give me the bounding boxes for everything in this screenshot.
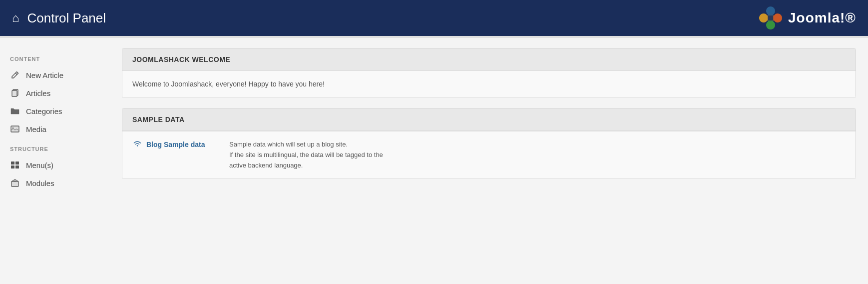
svg-rect-0 [767,14,774,22]
box-icon [10,178,20,188]
sidebar-item-menus[interactable]: Menu(s) [0,156,110,174]
svg-rect-6 [11,162,14,164]
svg-rect-7 [15,162,19,164]
home-icon[interactable]: ⌂ [12,11,19,25]
image-icon [10,124,20,134]
sidebar-section-structure: STRUCTURE [0,138,110,156]
wifi-icon [132,140,142,150]
blog-sample-description: Sample data which will set up a blog sit… [229,140,383,170]
svg-line-1 [15,73,17,74]
sidebar-label-modules: Modules [26,179,54,188]
sidebar-label-new-article: New Article [26,71,63,80]
sample-data-row: Blog Sample data Sample data which will … [122,131,856,178]
sidebar-item-modules[interactable]: Modules [0,174,110,192]
svg-rect-10 [11,182,18,186]
svg-rect-3 [12,90,17,96]
sidebar-label-articles: Articles [26,89,50,98]
joomla-logo-icon [758,6,783,30]
sidebar-item-categories[interactable]: Categories [0,102,110,120]
sample-data-card: SAMPLE DATA Blog Sample data Sample da [122,108,856,179]
svg-rect-8 [11,166,14,168]
sidebar-label-categories: Categories [26,107,62,116]
sidebar-item-articles[interactable]: Articles [0,84,110,102]
main-content: JOOMLASHACK WELCOME Welcome to Joomlasha… [110,38,868,284]
sample-data-card-header: SAMPLE DATA [122,108,856,131]
app-header: ⌂ Control Panel Joomla!® [0,0,868,36]
folder-icon [10,106,20,116]
svg-rect-9 [15,166,19,168]
svg-point-12 [137,145,138,146]
menu-icon [10,160,20,170]
page-layout: CONTENT New Article Articles [0,38,868,284]
joomla-logo-text: Joomla!® [788,10,856,26]
joomla-logo: Joomla!® [758,6,856,30]
header-title: Control Panel [27,10,106,26]
welcome-card-body: Welcome to Joomlashack, everyone! Happy … [122,71,856,98]
welcome-card: JOOMLASHACK WELCOME Welcome to Joomlasha… [122,48,856,98]
sidebar-item-media[interactable]: Media [0,120,110,138]
blog-sample-label: Blog Sample data [146,140,205,148]
sidebar-section-content: CONTENT [0,48,110,66]
sidebar-item-new-article[interactable]: New Article [0,66,110,84]
welcome-card-header: JOOMLASHACK WELCOME [122,48,856,71]
blog-sample-data-link[interactable]: Blog Sample data [132,140,217,150]
copy-icon [10,88,20,98]
sidebar-label-media: Media [26,125,46,134]
sidebar: CONTENT New Article Articles [0,38,110,284]
sidebar-label-menus: Menu(s) [26,161,53,170]
pencil-icon [10,70,20,80]
header-left: ⌂ Control Panel [12,10,106,26]
